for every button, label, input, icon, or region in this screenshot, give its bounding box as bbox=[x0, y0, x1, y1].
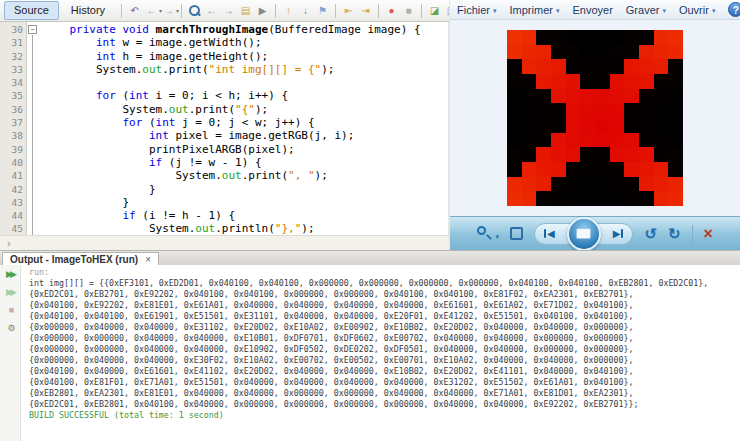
code-token bbox=[43, 89, 96, 102]
code-line bbox=[43, 76, 448, 89]
code-token: (BufferedImage image) { bbox=[268, 23, 420, 36]
pixel bbox=[610, 191, 625, 206]
rotate-right-button[interactable]: ↻ bbox=[668, 226, 681, 241]
code-token: (j != w - 1) { bbox=[162, 156, 261, 169]
code-token bbox=[43, 36, 96, 49]
chevron-down-icon: ▾ bbox=[176, 3, 179, 19]
last-edit-icon[interactable]: ↶ bbox=[126, 3, 143, 19]
stop-button[interactable]: ■ bbox=[2, 304, 18, 317]
chevron-down-icon: ▾ bbox=[496, 233, 500, 241]
zoom-button[interactable]: ▾ bbox=[477, 225, 499, 243]
back-icon[interactable]: ←▾ bbox=[143, 3, 160, 19]
next-bookmark-icon[interactable]: ↓ bbox=[297, 3, 314, 19]
pixel bbox=[522, 133, 537, 148]
output-line: {0x000000, 0x040000, 0x040000, 0xE30F02,… bbox=[29, 355, 740, 366]
pixel bbox=[522, 147, 537, 162]
pixel bbox=[610, 30, 625, 45]
rerun-button[interactable]: ▶▶ bbox=[2, 268, 18, 281]
fold-column-cell bbox=[27, 222, 39, 235]
pixel bbox=[566, 118, 581, 133]
rerun-with-options-button[interactable]: ▶▶ bbox=[2, 286, 18, 299]
code-token: int bbox=[156, 116, 176, 129]
output-line: {0x040100, 0xE92202, 0xE81E01, 0xE61A01,… bbox=[29, 300, 740, 311]
pixel bbox=[536, 177, 551, 192]
menu-envoyer[interactable]: Envoyer bbox=[572, 4, 612, 16]
output-console[interactable]: run:int img[][] = {{0xEF3101, 0xED2D01, … bbox=[21, 265, 740, 441]
forward-icon[interactable]: →▾ bbox=[160, 3, 177, 19]
find-selection-icon[interactable] bbox=[186, 3, 203, 19]
pixel bbox=[522, 30, 537, 45]
fold-column-cell[interactable]: − bbox=[27, 23, 39, 36]
code-token: } bbox=[43, 196, 129, 209]
pixel bbox=[654, 162, 669, 177]
pixel bbox=[668, 147, 683, 162]
previous-bookmark-icon[interactable]: ↑ bbox=[280, 3, 297, 19]
line-number: 39 bbox=[0, 143, 23, 156]
pixel bbox=[610, 147, 625, 162]
ant-settings-button[interactable]: ⚙ bbox=[2, 322, 18, 335]
toggle-highlight-icon[interactable]: ▤ bbox=[237, 3, 254, 19]
menu-imprimer[interactable]: Imprimer▾ bbox=[510, 4, 560, 16]
fold-column-cell bbox=[27, 143, 39, 156]
toolbar-divider bbox=[692, 225, 693, 243]
pixel bbox=[595, 191, 610, 206]
fold-column-cell bbox=[27, 209, 39, 222]
menu-graver[interactable]: Graver▾ bbox=[626, 4, 666, 16]
pixel bbox=[624, 59, 639, 74]
pixel bbox=[580, 191, 595, 206]
next-button[interactable]: ▶ bbox=[613, 228, 624, 239]
shift-line-left-icon[interactable]: ⇤ bbox=[340, 3, 357, 19]
code-token: .print( bbox=[162, 63, 208, 76]
ide-window: SourceHistory ↶←▾→▾←→▤▶↑↓⚑⇤⇥●■◪◫ 3031323… bbox=[0, 0, 740, 441]
close-icon[interactable]: × bbox=[145, 254, 151, 265]
code-line: System.out.print("int img[][] = {"); bbox=[43, 63, 448, 76]
output-tab[interactable]: Output - ImageToHEX (run) × bbox=[2, 252, 159, 266]
pixel bbox=[639, 191, 654, 206]
select-in-projects-icon[interactable]: ▶ bbox=[254, 3, 271, 19]
pixel bbox=[551, 30, 566, 45]
pixel bbox=[668, 89, 683, 104]
comment-icon[interactable]: ◪ bbox=[426, 3, 443, 19]
line-number: 30 bbox=[0, 23, 23, 36]
pixel bbox=[580, 133, 595, 148]
output-line: {0x040100, 0x040000, 0xE61601, 0xE41102,… bbox=[29, 366, 740, 377]
code-editor[interactable]: 30313233343536373839404142434445 − priva… bbox=[0, 22, 449, 235]
pixel bbox=[654, 147, 669, 162]
code-token: int bbox=[96, 50, 116, 63]
tab-history[interactable]: History bbox=[61, 1, 115, 20]
menu-ouvrir[interactable]: Ouvrir▾ bbox=[679, 4, 715, 16]
pixel bbox=[566, 89, 581, 104]
code-token: pixel = image.getRGB(j, i); bbox=[169, 129, 354, 142]
actual-size-button[interactable] bbox=[510, 227, 523, 240]
pixel bbox=[566, 59, 581, 74]
toolbar-separator bbox=[335, 4, 336, 18]
menu-fichier[interactable]: Fichier▾ bbox=[457, 4, 497, 16]
previous-button[interactable]: ◀ bbox=[544, 228, 555, 239]
pixel bbox=[522, 162, 537, 177]
stop-macro-recording-icon[interactable]: ■ bbox=[400, 3, 417, 19]
find-previous-icon[interactable]: ← bbox=[203, 3, 220, 19]
pixel bbox=[595, 118, 610, 133]
pixel bbox=[639, 177, 654, 192]
code-line: printPixelARGB(pixel); bbox=[43, 143, 448, 156]
tab-source[interactable]: Source bbox=[4, 1, 59, 20]
toggle-bookmark-icon[interactable]: ⚑ bbox=[314, 3, 331, 19]
pixel bbox=[624, 162, 639, 177]
find-next-icon[interactable]: → bbox=[220, 3, 237, 19]
help-button[interactable]: ? bbox=[728, 2, 740, 17]
pixel bbox=[595, 147, 610, 162]
fold-collapse-icon[interactable]: − bbox=[28, 25, 37, 34]
delete-button[interactable]: × bbox=[704, 226, 713, 242]
line-number: 43 bbox=[0, 196, 23, 209]
editor-code-area[interactable]: private void marchThroughImage(BufferedI… bbox=[39, 22, 448, 235]
rotate-left-button[interactable]: ↺ bbox=[644, 226, 657, 241]
slideshow-button[interactable] bbox=[567, 217, 601, 251]
start-macro-recording-icon[interactable]: ● bbox=[383, 3, 400, 19]
code-token: private bbox=[70, 23, 116, 36]
pixel bbox=[566, 74, 581, 89]
code-token bbox=[43, 50, 96, 63]
code-token: ", " bbox=[288, 169, 315, 182]
shift-line-right-icon[interactable]: ⇥ bbox=[357, 3, 374, 19]
pixel bbox=[522, 118, 537, 133]
pixel bbox=[507, 191, 522, 206]
